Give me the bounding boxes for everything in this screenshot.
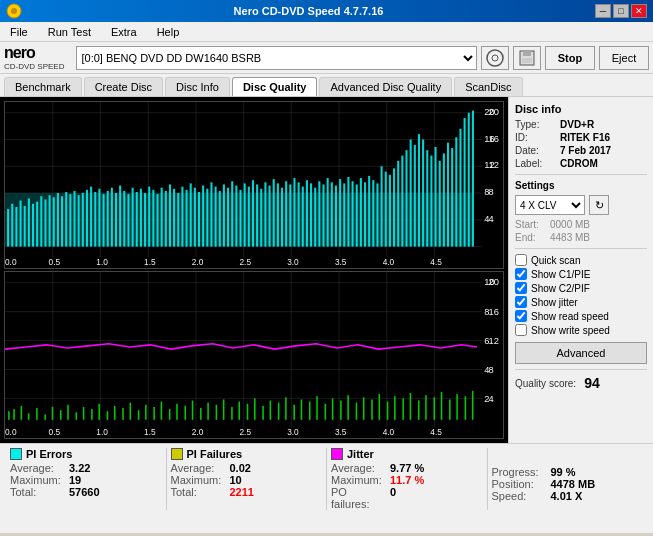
svg-rect-191 (153, 407, 155, 420)
svg-rect-228 (441, 392, 443, 420)
disc-id-row: ID: RITEK F16 (515, 132, 647, 143)
svg-rect-88 (273, 179, 275, 246)
disc-type-row: Type: DVD+R (515, 119, 647, 130)
svg-rect-229 (449, 399, 451, 419)
svg-rect-90 (281, 188, 283, 247)
drive-selector[interactable]: [0:0] BENQ DVD DD DW1640 BSRB (76, 46, 477, 70)
save-button[interactable] (513, 46, 541, 70)
maximize-button[interactable]: □ (613, 4, 629, 18)
showwritespeed-label: Show write speed (531, 325, 610, 336)
svg-rect-98 (314, 188, 316, 247)
svg-rect-50 (115, 193, 117, 247)
pi-failures-total-key: Total: (171, 486, 226, 498)
svg-rect-181 (76, 412, 78, 419)
svg-rect-62 (165, 191, 167, 247)
svg-rect-109 (360, 178, 362, 247)
svg-rect-102 (331, 182, 333, 246)
svg-rect-26 (15, 207, 17, 247)
tab-advanceddiscquality[interactable]: Advanced Disc Quality (319, 77, 452, 96)
end-label: End: (515, 232, 550, 243)
tab-scandisc[interactable]: ScanDisc (454, 77, 522, 96)
svg-text:4: 4 (488, 392, 493, 403)
menu-help[interactable]: Help (151, 25, 186, 39)
svg-rect-66 (181, 187, 183, 247)
menu-runtest[interactable]: Run Test (42, 25, 97, 39)
start-row: Start: 0000 MB (515, 219, 647, 230)
showjitter-label: Show jitter (531, 297, 578, 308)
svg-rect-53 (127, 194, 129, 246)
close-button[interactable]: ✕ (631, 4, 647, 18)
quickscan-checkbox[interactable] (515, 254, 527, 266)
pi-failures-max-val: 10 (230, 474, 242, 486)
showreadspeed-checkbox[interactable] (515, 310, 527, 322)
svg-rect-58 (148, 187, 150, 247)
progress-val: 99 % (551, 466, 576, 478)
svg-rect-79 (235, 186, 237, 247)
speed-select[interactable]: 4 X CLV (515, 195, 585, 215)
nero-logo-sub: CD-DVD SPEED (4, 62, 64, 71)
svg-rect-67 (186, 190, 188, 247)
svg-rect-85 (260, 189, 262, 247)
svg-rect-38 (65, 192, 67, 247)
svg-rect-43 (86, 190, 88, 247)
svg-text:2.0: 2.0 (192, 257, 204, 267)
svg-rect-55 (136, 192, 138, 247)
svg-rect-134 (464, 118, 466, 247)
jitter-col: Jitter Average: 9.77 % Maximum: 11.7 % P… (327, 448, 488, 510)
svg-rect-36 (57, 193, 59, 247)
svg-text:20: 20 (488, 276, 498, 287)
svg-rect-28 (24, 206, 26, 247)
showc2pif-checkbox[interactable] (515, 282, 527, 294)
jitter-po-failures: PO failures: 0 (331, 486, 479, 510)
menu-extra[interactable]: Extra (105, 25, 143, 39)
refresh-button[interactable]: ↻ (589, 195, 609, 215)
showwritespeed-checkbox[interactable] (515, 324, 527, 336)
tab-discquality[interactable]: Disc Quality (232, 77, 318, 96)
progress-col: Progress: 99 % Position: 4478 MB Speed: … (488, 448, 648, 510)
eject-button[interactable]: Eject (599, 46, 649, 70)
svg-rect-6 (522, 58, 532, 63)
svg-rect-81 (244, 183, 246, 246)
svg-rect-111 (368, 176, 370, 247)
pi-errors-col: PI Errors Average: 3.22 Maximum: 19 Tota… (6, 448, 167, 510)
divider2 (515, 248, 647, 249)
svg-rect-213 (325, 404, 327, 420)
svg-rect-82 (248, 187, 250, 247)
svg-rect-219 (371, 399, 373, 419)
svg-text:2.0: 2.0 (192, 427, 204, 437)
advanced-button[interactable]: Advanced (515, 342, 647, 364)
showjitter-checkbox[interactable] (515, 296, 527, 308)
svg-rect-176 (36, 408, 38, 420)
svg-rect-124 (422, 139, 424, 246)
svg-rect-74 (215, 187, 217, 247)
tab-createdisc[interactable]: Create Disc (84, 77, 163, 96)
svg-rect-223 (402, 398, 404, 419)
svg-rect-24 (7, 209, 9, 246)
jitter-max: Maximum: 11.7 % (331, 474, 479, 486)
speed-row: Speed: 4.01 X (492, 490, 640, 502)
minimize-button[interactable]: ─ (595, 4, 611, 18)
svg-rect-129 (443, 153, 445, 246)
jitter-max-key: Maximum: (331, 474, 386, 486)
stop-button[interactable]: Stop (545, 46, 595, 70)
disc-icon-button[interactable] (481, 46, 509, 70)
svg-text:12: 12 (488, 335, 498, 346)
disc-date-row: Date: 7 Feb 2017 (515, 145, 647, 156)
tab-discinfo[interactable]: Disc Info (165, 77, 230, 96)
svg-rect-132 (455, 137, 457, 246)
svg-rect-190 (145, 405, 147, 420)
menu-file[interactable]: File (4, 25, 34, 39)
svg-rect-93 (293, 178, 295, 247)
svg-rect-215 (340, 401, 342, 420)
window-controls: ─ □ ✕ (595, 4, 647, 18)
svg-rect-201 (231, 407, 233, 420)
pi-failures-legend-box (171, 448, 183, 460)
jitter-legend: Jitter (331, 448, 479, 460)
svg-text:0.5: 0.5 (49, 427, 61, 437)
pi-errors-total: Total: 57660 (10, 486, 158, 498)
svg-rect-42 (82, 193, 84, 247)
svg-rect-184 (98, 404, 100, 420)
tab-benchmark[interactable]: Benchmark (4, 77, 82, 96)
showc1pie-checkbox[interactable] (515, 268, 527, 280)
svg-rect-61 (161, 188, 163, 247)
